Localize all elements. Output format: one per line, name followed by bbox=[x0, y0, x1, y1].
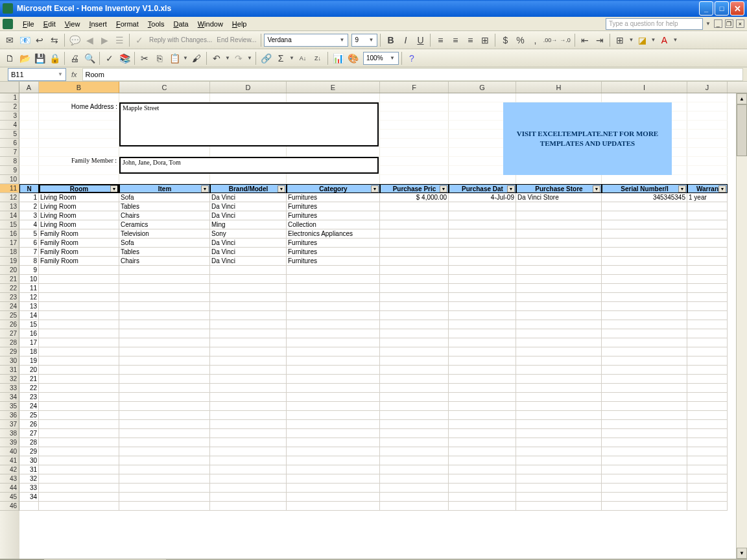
mdi-close-button[interactable]: × bbox=[736, 19, 744, 28]
cell-category[interactable]: Collection bbox=[287, 220, 380, 229]
cell-store[interactable] bbox=[516, 220, 602, 229]
autosum-dropdown-icon[interactable]: ▼ bbox=[289, 55, 295, 61]
filter-arrow-icon[interactable]: ▼ bbox=[593, 185, 600, 192]
cell-price[interactable] bbox=[380, 248, 449, 257]
drawing-icon[interactable]: 🎨 bbox=[346, 51, 360, 65]
cell-n[interactable]: 11 bbox=[19, 284, 39, 293]
new-file-icon[interactable]: 🗋 bbox=[3, 51, 17, 65]
row-header-19[interactable]: 19 bbox=[0, 257, 19, 266]
cell-n[interactable]: 25 bbox=[19, 411, 39, 420]
col-header-F[interactable]: F bbox=[380, 82, 449, 93]
cell-room[interactable]: Family Room bbox=[39, 229, 119, 239]
row-header-37[interactable]: 37 bbox=[0, 420, 19, 429]
row-header-30[interactable]: 30 bbox=[0, 356, 19, 366]
cell-n[interactable]: 28 bbox=[19, 438, 39, 447]
undo-icon[interactable]: ↶ bbox=[209, 51, 224, 65]
cell-n[interactable]: 13 bbox=[19, 302, 39, 311]
mdi-restore-button[interactable]: ❐ bbox=[725, 19, 733, 28]
cell-item[interactable]: Ceramics bbox=[119, 220, 210, 229]
end-review-button[interactable]: End Review... bbox=[215, 36, 258, 43]
row-header-43[interactable]: 43 bbox=[0, 474, 19, 484]
fx-icon[interactable]: fx bbox=[71, 71, 77, 78]
open-file-icon[interactable]: 📂 bbox=[18, 51, 32, 65]
bold-button[interactable]: B bbox=[383, 33, 397, 47]
cell-n[interactable]: 31 bbox=[19, 465, 39, 474]
cell-item[interactable]: Tables bbox=[119, 248, 210, 257]
filter-arrow-icon[interactable]: ▼ bbox=[507, 185, 515, 192]
cell-price[interactable] bbox=[380, 239, 449, 248]
cell-warranty[interactable] bbox=[687, 202, 728, 211]
italic-button[interactable]: I bbox=[398, 33, 412, 47]
row-header-1[interactable]: 1 bbox=[0, 93, 19, 102]
cell-serial[interactable] bbox=[602, 229, 687, 239]
cell-n[interactable]: 21 bbox=[19, 375, 39, 384]
save-icon[interactable]: 💾 bbox=[32, 51, 47, 65]
menu-edit[interactable]: Edit bbox=[39, 19, 60, 29]
filter-header-room[interactable]: Room▼ bbox=[39, 184, 119, 193]
row-header-26[interactable]: 26 bbox=[0, 320, 19, 329]
cell-serial[interactable]: 345345345 bbox=[602, 193, 687, 202]
cell-brand[interactable]: Da Vinci bbox=[210, 257, 287, 266]
cell-room[interactable]: Living Room bbox=[39, 220, 119, 229]
font-size-select[interactable]: 9▼ bbox=[351, 34, 377, 47]
paste-icon[interactable]: 📋 bbox=[167, 51, 182, 65]
filter-header-brand-model[interactable]: Brand/Model▼ bbox=[210, 184, 287, 193]
row-header-8[interactable]: 8 bbox=[0, 157, 19, 166]
cell-n[interactable]: 8 bbox=[19, 257, 39, 266]
row-header-24[interactable]: 24 bbox=[0, 302, 19, 311]
cell-item[interactable]: Chairs bbox=[119, 257, 210, 266]
fill-color-dropdown-icon[interactable]: ▼ bbox=[650, 37, 656, 43]
send-mail-icon[interactable]: 📧 bbox=[18, 33, 32, 47]
cell-serial[interactable] bbox=[602, 248, 687, 257]
maximize-button[interactable]: □ bbox=[715, 1, 729, 16]
cell-category[interactable]: Furnitures bbox=[287, 239, 380, 248]
cell-category[interactable]: Furnitures bbox=[287, 202, 380, 211]
cell-category[interactable]: Electronics Appliances bbox=[287, 229, 380, 239]
row-header-44[interactable]: 44 bbox=[0, 484, 19, 493]
cell-n[interactable]: 4 bbox=[19, 220, 39, 229]
cell-brand[interactable]: Da Vinci bbox=[210, 202, 287, 211]
row-header-14[interactable]: 14 bbox=[0, 211, 19, 220]
row-header-28[interactable]: 28 bbox=[0, 338, 19, 347]
filter-arrow-icon[interactable]: ▼ bbox=[678, 185, 686, 192]
col-header-J[interactable]: J bbox=[687, 82, 728, 93]
cell-item[interactable]: Sofa bbox=[119, 239, 210, 248]
row-header-9[interactable]: 9 bbox=[0, 166, 19, 175]
align-center-button[interactable]: ≡ bbox=[448, 33, 462, 47]
menu-file[interactable]: File bbox=[18, 19, 39, 29]
cell-n[interactable]: 20 bbox=[19, 366, 39, 375]
cell-date[interactable] bbox=[449, 211, 516, 220]
underline-button[interactable]: U bbox=[413, 33, 427, 47]
decrease-indent-button[interactable]: ⇤ bbox=[578, 33, 592, 47]
permission-icon[interactable]: 🔒 bbox=[47, 51, 62, 65]
row-header-15[interactable]: 15 bbox=[0, 220, 19, 229]
col-header-D[interactable]: D bbox=[210, 82, 287, 93]
cell-date[interactable] bbox=[449, 239, 516, 248]
percent-button[interactable]: % bbox=[513, 33, 527, 47]
cell-n[interactable]: 17 bbox=[19, 338, 39, 347]
row-header-3[interactable]: 3 bbox=[0, 111, 19, 121]
name-box-dropdown-icon[interactable]: ▼ bbox=[58, 71, 63, 77]
cell-price[interactable] bbox=[380, 220, 449, 229]
track-changes-icon[interactable]: ✓ bbox=[132, 33, 147, 47]
filter-header-warran[interactable]: Warran▼ bbox=[687, 184, 728, 193]
row-header-32[interactable]: 32 bbox=[0, 375, 19, 384]
name-box[interactable]: B11 ▼ bbox=[8, 68, 66, 81]
new-comment-icon[interactable]: ✉ bbox=[3, 33, 17, 47]
cell-category[interactable]: Furnitures bbox=[287, 257, 380, 266]
cell-store[interactable]: Da Vinci Store bbox=[516, 193, 602, 202]
row-header-35[interactable]: 35 bbox=[0, 402, 19, 411]
filter-header-purchase-store[interactable]: Purchase Store▼ bbox=[516, 184, 602, 193]
cell-n[interactable]: 32 bbox=[19, 474, 39, 484]
filter-header-purchase-dat[interactable]: Purchase Dat▼ bbox=[449, 184, 516, 193]
cell-store[interactable] bbox=[516, 229, 602, 239]
col-header-A[interactable]: A bbox=[19, 82, 39, 93]
filter-arrow-icon[interactable]: ▼ bbox=[110, 185, 118, 192]
cell-date[interactable] bbox=[449, 202, 516, 211]
merge-center-button[interactable]: ⊞ bbox=[478, 33, 492, 47]
redo-dropdown-icon[interactable]: ▼ bbox=[246, 55, 253, 61]
minimize-button[interactable]: _ bbox=[699, 1, 713, 16]
row-header-40[interactable]: 40 bbox=[0, 447, 19, 456]
row-header-22[interactable]: 22 bbox=[0, 284, 19, 293]
cell-price[interactable] bbox=[380, 229, 449, 239]
